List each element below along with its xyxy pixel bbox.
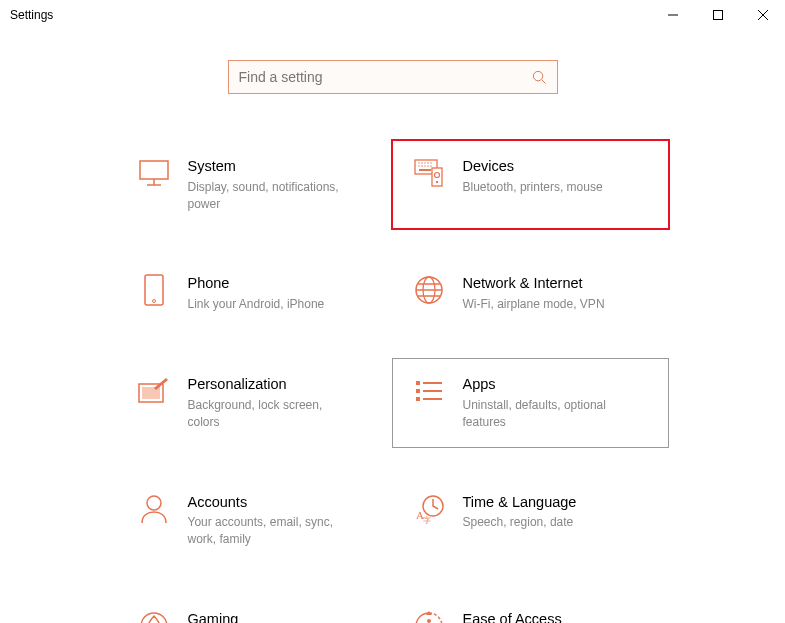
tile-system[interactable]: System Display, sound, notifications, po…: [128, 149, 383, 220]
tile-accounts[interactable]: Accounts Your accounts, email, sync, wor…: [128, 485, 383, 556]
titlebar: Settings: [0, 0, 785, 30]
svg-point-34: [141, 613, 167, 623]
time-language-icon: A 字: [413, 493, 445, 525]
tile-title: Network & Internet: [463, 274, 648, 293]
svg-point-4: [418, 162, 419, 163]
tile-title: Gaming: [188, 610, 373, 623]
minimize-button[interactable]: [650, 0, 695, 30]
svg-point-6: [424, 162, 425, 163]
svg-rect-18: [145, 275, 163, 305]
svg-rect-25: [423, 382, 442, 384]
personalization-icon: [138, 375, 170, 407]
tile-desc: Link your Android, iPhone: [188, 296, 348, 313]
tile-desc: Uninstall, defaults, optional features: [463, 397, 623, 431]
system-icon: [138, 157, 170, 189]
svg-point-12: [427, 165, 428, 166]
accounts-icon: [138, 493, 170, 525]
tile-title: Apps: [463, 375, 648, 394]
search-input[interactable]: [239, 69, 532, 85]
tile-title: Accounts: [188, 493, 373, 512]
tile-title: System: [188, 157, 373, 176]
svg-rect-24: [416, 381, 420, 385]
phone-icon: [138, 274, 170, 306]
svg-rect-29: [423, 398, 442, 400]
svg-point-1: [533, 71, 542, 80]
svg-point-8: [430, 162, 431, 163]
tile-personalization[interactable]: Personalization Background, lock screen,…: [128, 367, 383, 438]
svg-point-7: [427, 162, 428, 163]
minimize-icon: [668, 10, 678, 20]
svg-rect-27: [423, 390, 442, 392]
devices-icon: [413, 157, 445, 189]
tile-phone[interactable]: Phone Link your Android, iPhone: [128, 266, 383, 321]
settings-grid: System Display, sound, notifications, po…: [128, 149, 658, 623]
gaming-icon: [138, 610, 170, 623]
tile-time-language[interactable]: A 字 Time & Language Speech, region, date: [403, 485, 658, 556]
svg-rect-2: [140, 161, 168, 179]
tile-apps[interactable]: Apps Uninstall, defaults, optional featu…: [392, 358, 669, 447]
close-button[interactable]: [740, 0, 785, 30]
window-controls: [650, 0, 785, 30]
search-box[interactable]: [228, 60, 558, 94]
globe-icon: [413, 274, 445, 306]
svg-rect-0: [713, 11, 722, 20]
tile-gaming[interactable]: Gaming Xbox Game Bar, captures, Game: [128, 602, 383, 623]
svg-point-10: [421, 165, 422, 166]
tile-title: Time & Language: [463, 493, 648, 512]
svg-point-11: [424, 165, 425, 166]
tile-desc: Your accounts, email, sync, work, family: [188, 514, 348, 548]
tile-desc: Display, sound, notifications, power: [188, 179, 348, 213]
svg-point-19: [152, 300, 155, 303]
svg-point-36: [427, 619, 431, 623]
tile-title: Devices: [463, 157, 648, 176]
tile-ease-of-access[interactable]: Ease of Access Narrator, magnifier, high: [403, 602, 658, 623]
tile-devices[interactable]: Devices Bluetooth, printers, mouse: [391, 139, 670, 230]
close-icon: [758, 10, 768, 20]
svg-rect-28: [416, 397, 420, 401]
svg-point-9: [418, 165, 419, 166]
tile-title: Ease of Access: [463, 610, 648, 623]
ease-of-access-icon: [413, 610, 445, 623]
tile-desc: Wi-Fi, airplane mode, VPN: [463, 296, 623, 313]
search-icon: [532, 70, 547, 85]
maximize-icon: [713, 10, 723, 20]
maximize-button[interactable]: [695, 0, 740, 30]
tile-network[interactable]: Network & Internet Wi-Fi, airplane mode,…: [403, 266, 658, 321]
tile-desc: Bluetooth, printers, mouse: [463, 179, 623, 196]
tile-title: Phone: [188, 274, 373, 293]
svg-rect-26: [416, 389, 420, 393]
tile-desc: Background, lock screen, colors: [188, 397, 348, 431]
svg-point-13: [430, 165, 431, 166]
tile-desc: Speech, region, date: [463, 514, 623, 531]
svg-rect-17: [436, 181, 438, 183]
tile-title: Personalization: [188, 375, 373, 394]
apps-icon: [413, 375, 445, 407]
svg-text:字: 字: [423, 516, 431, 524]
window-title: Settings: [10, 8, 53, 22]
svg-point-5: [421, 162, 422, 163]
settings-home: System Display, sound, notifications, po…: [0, 30, 785, 623]
svg-rect-14: [419, 169, 431, 171]
svg-point-30: [147, 496, 161, 510]
